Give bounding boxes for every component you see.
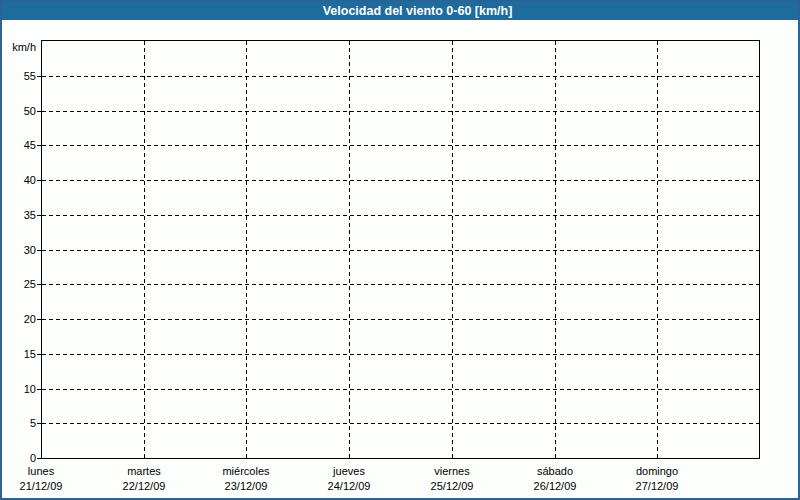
x-tick-label: miércoles23/12/09 (222, 464, 269, 494)
y-tick-label: 55 (2, 69, 36, 83)
y-tick-mark (37, 215, 41, 216)
chart-window: Velocidad del viento 0-60 [km/h] km/h 05… (0, 0, 800, 500)
y-tick-label: 5 (2, 416, 36, 430)
x-tick-date: 25/12/09 (431, 479, 474, 494)
x-tick-label: sábado26/12/09 (534, 464, 577, 494)
y-tick-label: 30 (2, 243, 36, 257)
plot-area (41, 40, 760, 459)
x-tick-date: 22/12/09 (123, 479, 166, 494)
x-tick-day: domingo (636, 464, 679, 479)
y-tick-mark (37, 389, 41, 390)
x-tick-day: lunes (20, 464, 63, 479)
y-tick-mark (37, 319, 41, 320)
y-tick-label: 10 (2, 382, 36, 396)
y-axis-unit-label: km/h (2, 40, 36, 54)
y-tick-mark (37, 250, 41, 251)
y-tick-label: 0 (2, 451, 36, 465)
x-tick-label: jueves24/12/09 (328, 464, 371, 494)
y-tick-mark (37, 284, 41, 285)
x-tick-label: viernes25/12/09 (431, 464, 474, 494)
x-tick-day: jueves (328, 464, 371, 479)
y-tick-label: 15 (2, 347, 36, 361)
y-tick-label: 45 (2, 138, 36, 152)
x-tick-day: sábado (534, 464, 577, 479)
chart-title: Velocidad del viento 0-60 [km/h] (323, 4, 513, 18)
x-tick-date: 21/12/09 (20, 479, 63, 494)
x-tick-day: viernes (431, 464, 474, 479)
y-tick-mark (37, 76, 41, 77)
x-tick-label: lunes21/12/09 (20, 464, 63, 494)
x-tick-date: 23/12/09 (222, 479, 269, 494)
chart-title-bar: Velocidad del viento 0-60 [km/h] (2, 2, 798, 20)
x-tick-date: 24/12/09 (328, 479, 371, 494)
y-tick-mark (37, 180, 41, 181)
y-tick-label: 25 (2, 277, 36, 291)
y-tick-mark (37, 458, 41, 459)
x-tick-label: domingo27/12/09 (636, 464, 679, 494)
y-tick-mark (37, 111, 41, 112)
x-tick-label: martes22/12/09 (123, 464, 166, 494)
y-tick-label: 20 (2, 312, 36, 326)
x-tick-date: 26/12/09 (534, 479, 577, 494)
y-tick-mark (37, 145, 41, 146)
y-tick-label: 40 (2, 173, 36, 187)
y-tick-mark (37, 423, 41, 424)
x-tick-day: miércoles (222, 464, 269, 479)
y-tick-label: 35 (2, 208, 36, 222)
y-tick-mark (37, 354, 41, 355)
x-tick-day: martes (123, 464, 166, 479)
y-tick-label: 50 (2, 104, 36, 118)
x-tick-date: 27/12/09 (636, 479, 679, 494)
